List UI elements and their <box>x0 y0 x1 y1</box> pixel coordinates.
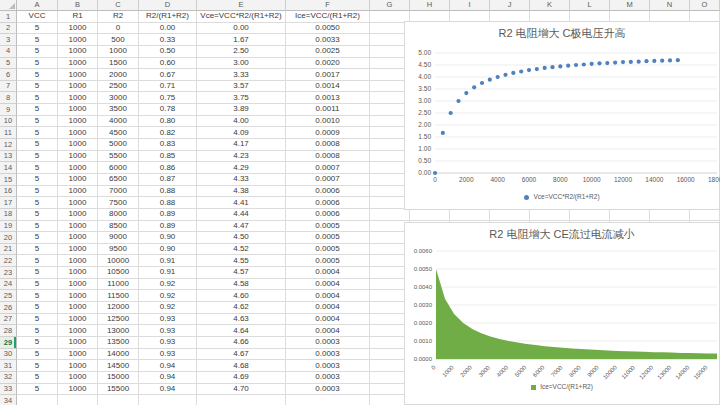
cell[interactable]: 4.62 <box>197 302 286 314</box>
cell[interactable]: 0.89 <box>139 209 197 221</box>
cell[interactable]: 4.63 <box>197 314 286 326</box>
cell[interactable]: 10500 <box>98 267 139 279</box>
cell[interactable]: 0.60 <box>139 58 197 70</box>
cell[interactable]: 5 <box>17 186 58 198</box>
row-header-19[interactable]: 19 <box>0 221 17 233</box>
cell[interactable]: 4.66 <box>197 337 286 349</box>
cell[interactable]: 11000 <box>98 279 139 291</box>
cell[interactable] <box>197 395 286 405</box>
cell[interactable]: 1000 <box>58 92 98 104</box>
cell[interactable]: 0.80 <box>139 116 197 128</box>
row-header-33[interactable]: 33 <box>0 384 17 396</box>
row-header-18[interactable]: 18 <box>0 209 17 221</box>
cell[interactable]: 6500 <box>98 174 139 186</box>
row-header-24[interactable]: 24 <box>0 279 17 291</box>
cell[interactable]: 0.82 <box>139 127 197 139</box>
cell[interactable]: 3000 <box>98 92 139 104</box>
row-header-27[interactable]: 27 <box>0 314 17 326</box>
cell[interactable]: 1000 <box>58 151 98 163</box>
cell[interactable]: 5 <box>17 221 58 233</box>
cell[interactable]: 5000 <box>98 139 139 151</box>
cell[interactable]: 4.60 <box>197 290 286 302</box>
cell[interactable]: 0.0004 <box>286 314 370 326</box>
cell[interactable]: 5 <box>17 46 58 58</box>
cell[interactable]: 1000 <box>58 337 98 349</box>
cell[interactable]: 0.33 <box>139 34 197 46</box>
cell[interactable]: 11500 <box>98 290 139 302</box>
cell[interactable]: 0.0017 <box>286 69 370 81</box>
cell[interactable]: 1000 <box>58 139 98 151</box>
cell[interactable]: 0.94 <box>139 384 197 396</box>
row-header-14[interactable]: 14 <box>0 162 17 174</box>
cell[interactable]: 0.67 <box>139 69 197 81</box>
cell[interactable]: 0.0004 <box>286 290 370 302</box>
cell[interactable]: 0.0007 <box>286 162 370 174</box>
row-header-10[interactable]: 10 <box>0 116 17 128</box>
row-header-34[interactable]: 34 <box>0 395 17 405</box>
chart-ice-area[interactable]: 0.00000.00100.00200.00300.00400.00500.00… <box>404 222 720 405</box>
cell[interactable]: 0.93 <box>139 337 197 349</box>
cell[interactable]: 0.0005 <box>286 255 370 267</box>
cell[interactable]: 1000 <box>58 116 98 128</box>
cell[interactable]: 5 <box>17 232 58 244</box>
cell[interactable]: 9500 <box>98 244 139 256</box>
cell[interactable]: 5 <box>17 104 58 116</box>
row-header-17[interactable]: 17 <box>0 197 17 209</box>
row-header-30[interactable]: 30 <box>0 349 17 361</box>
cell[interactable]: 1000 <box>58 197 98 209</box>
cell[interactable]: 0.87 <box>139 174 197 186</box>
cell[interactable]: 1000 <box>58 279 98 291</box>
cell[interactable]: 4.38 <box>197 186 286 198</box>
cell[interactable]: 9000 <box>98 232 139 244</box>
cell[interactable]: 1500 <box>98 58 139 70</box>
cell[interactable]: 5 <box>17 209 58 221</box>
cell[interactable]: 5 <box>17 162 58 174</box>
cell[interactable]: 0.0033 <box>286 34 370 46</box>
cell[interactable]: 0.93 <box>139 325 197 337</box>
cell[interactable]: 5 <box>17 197 58 209</box>
row-header-12[interactable]: 12 <box>0 139 17 151</box>
row-header-9[interactable]: 9 <box>0 104 17 116</box>
cell[interactable]: 5 <box>17 279 58 291</box>
cell[interactable]: 0.91 <box>139 255 197 267</box>
cell[interactable]: 1000 <box>58 34 98 46</box>
cell[interactable]: 4.58 <box>197 279 286 291</box>
cell[interactable]: 7000 <box>98 186 139 198</box>
cell[interactable]: 0.00 <box>139 23 197 35</box>
cell[interactable]: 5 <box>17 139 58 151</box>
cell[interactable] <box>139 395 197 405</box>
cell[interactable]: 5 <box>17 349 58 361</box>
cell[interactable]: 1000 <box>58 314 98 326</box>
cell[interactable]: 5 <box>17 302 58 314</box>
cell[interactable]: 0.0008 <box>286 139 370 151</box>
cell[interactable]: 0 <box>98 23 139 35</box>
cell[interactable]: 3.57 <box>197 81 286 93</box>
cell[interactable]: 1000 <box>58 46 98 58</box>
cell[interactable]: 2.50 <box>197 46 286 58</box>
column-header-K[interactable]: K <box>530 0 570 11</box>
column-header-D[interactable]: D <box>139 0 197 11</box>
cell[interactable]: 5 <box>17 325 58 337</box>
cell[interactable]: 0.0020 <box>286 58 370 70</box>
cell[interactable]: 1000 <box>58 221 98 233</box>
cell[interactable]: 1000 <box>58 372 98 384</box>
cell[interactable]: 5 <box>17 314 58 326</box>
row-header-4[interactable]: 4 <box>0 46 17 58</box>
cell[interactable]: 8000 <box>98 209 139 221</box>
cell[interactable]: 0.0004 <box>286 302 370 314</box>
row-header-13[interactable]: 13 <box>0 151 17 163</box>
cell[interactable]: 12000 <box>98 302 139 314</box>
cell[interactable]: 0.78 <box>139 104 197 116</box>
cell[interactable]: 1000 <box>58 127 98 139</box>
cell[interactable]: 0.0005 <box>286 244 370 256</box>
cell[interactable]: 0.0009 <box>286 127 370 139</box>
cell[interactable]: 3.00 <box>197 58 286 70</box>
row-header-8[interactable]: 8 <box>0 92 17 104</box>
row-header-3[interactable]: 3 <box>0 34 17 46</box>
cell[interactable]: 5 <box>17 360 58 372</box>
cell[interactable]: 0.0010 <box>286 116 370 128</box>
cell[interactable]: 0.92 <box>139 279 197 291</box>
cell[interactable]: 4.44 <box>197 209 286 221</box>
row-header-25[interactable]: 25 <box>0 290 17 302</box>
column-header-A[interactable]: A <box>17 0 58 11</box>
